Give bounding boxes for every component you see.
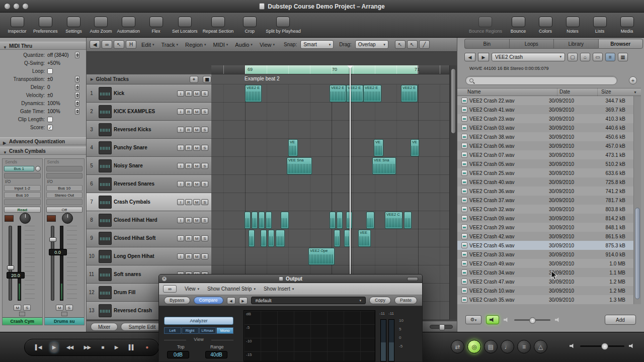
add-global-track-button[interactable]: + [190, 76, 198, 83]
list-view-icon[interactable]: ≡ [605, 53, 615, 61]
chain-icon[interactable]: ∞ [163, 285, 177, 293]
bar-ruler[interactable]: 697071 [211, 65, 449, 74]
track-i-button[interactable]: I [177, 127, 184, 133]
track-s-button[interactable]: S [201, 181, 208, 187]
hierarchy-back-icon[interactable]: ◀ [90, 40, 100, 49]
send-slot-empty[interactable] [4, 173, 41, 178]
browser-scrollbar[interactable] [633, 96, 641, 304]
view-menu[interactable]: View ▾ [185, 286, 199, 292]
track-m-button[interactable]: M [193, 235, 200, 241]
toolbar-button-flex[interactable]: Flex [145, 17, 167, 34]
value-quantize[interactable]: off (3840) [47, 52, 69, 58]
range-value[interactable]: 40dB [205, 351, 227, 358]
channel-left-button[interactable]: Left [164, 327, 181, 334]
track-header-closed-hihat-soft[interactable]: 9Closed Hihat SoftIRMS [87, 229, 211, 247]
track-header-noisy-snare[interactable]: 5Noisy SnareIRMS [87, 157, 211, 175]
solo-button[interactable]: ≡ [517, 340, 531, 353]
track-s-button[interactable]: S [201, 217, 208, 223]
volume-fader[interactable] [9, 226, 12, 301]
go-to-beginning-button[interactable]: ▌◀ [33, 342, 44, 352]
checkbox-score[interactable]: ✓ [47, 125, 53, 130]
location-dropdown[interactable]: VEE2 Crash ▾ [492, 53, 565, 61]
record-button[interactable]: ● [143, 342, 150, 352]
audio-region[interactable] [276, 230, 285, 247]
arrange-vertical-scrollbar[interactable] [449, 65, 457, 320]
mute-button[interactable]: M [56, 305, 63, 311]
file-row[interactable]: VEE2 Crash 42.wav30/09/2010861.5 kB [457, 232, 633, 241]
zoom-slider[interactable] [430, 325, 453, 329]
analyzer-button[interactable]: Analyzer [164, 317, 233, 325]
track-s-button[interactable]: S [201, 199, 208, 205]
audio-region[interactable] [366, 212, 374, 229]
cycle-button[interactable]: ⇄ [451, 340, 464, 353]
track-r-button[interactable]: R [185, 235, 192, 241]
tuner-button[interactable]: △ [534, 340, 547, 353]
track-r-button[interactable]: R [185, 199, 192, 205]
sample-editor-tab[interactable]: Sample Edit [121, 323, 163, 331]
pan-knob[interactable] [62, 213, 73, 224]
audio-region[interactable] [252, 212, 258, 229]
track-i-button[interactable]: I [177, 217, 184, 223]
track-header-kick-examples[interactable]: 2KICK EXAMPLESIRMS [87, 103, 211, 121]
close-icon[interactable]: × [162, 276, 167, 282]
catch-playhead-icon[interactable]: ↖ [114, 40, 124, 49]
toolbar-button-automation[interactable]: Automation [117, 17, 140, 34]
audio-region[interactable]: VEE2 E [346, 85, 363, 102]
menu-track[interactable]: Track▾ [157, 38, 182, 52]
top-value[interactable]: 0dB [167, 351, 189, 358]
track-m-button[interactable]: M [193, 253, 200, 259]
rewind-button[interactable]: ◀◀ [64, 342, 75, 352]
file-row[interactable]: VEE2 Crash 22.wav30/09/2010344.7 kB [457, 96, 633, 105]
folder-icon[interactable]: ▭ [593, 53, 603, 61]
back-button[interactable]: ◀ [464, 53, 475, 61]
track-s-button[interactable]: S [201, 127, 208, 133]
toolbar-button-media[interactable]: Media [616, 17, 638, 34]
secondary-tool-icon[interactable]: ↖ [407, 40, 418, 49]
value-transposition[interactable]: ±0 [47, 76, 53, 82]
forward-button[interactable]: ▶▶ [82, 342, 93, 352]
track-m-button[interactable]: M [193, 181, 200, 187]
scrollbar-thumb[interactable] [451, 68, 456, 134]
autopunch-button[interactable]: ◎ [467, 340, 481, 353]
audio-region[interactable]: VE [288, 139, 298, 156]
channel-name[interactable]: Crash Cym [3, 317, 42, 325]
value-velocity[interactable]: ±0 [47, 93, 53, 98]
audio-region[interactable]: VEE2 Ope [308, 248, 335, 265]
computer-icon[interactable]: ▢ [568, 53, 578, 61]
size-column-header[interactable]: Size [601, 89, 611, 95]
track-s-button[interactable]: S [201, 109, 208, 115]
menu-audio[interactable]: Audio▾ [231, 38, 256, 52]
eq-thumbnail[interactable] [5, 215, 14, 222]
file-row[interactable]: VEE2 Crash 40.wav30/09/2010725.8 kB [457, 177, 633, 187]
track-i-button[interactable]: I [177, 109, 184, 115]
forward-button[interactable]: ▶ [478, 53, 489, 61]
audio-region[interactable]: VEE Sna [287, 157, 312, 174]
file-row[interactable]: VEE2 Crash 07.wav30/09/2010473.1 kB [457, 150, 633, 159]
toolbar-button-notes[interactable]: Notes [561, 17, 584, 34]
mute-button[interactable]: M [14, 305, 21, 311]
stop-button[interactable]: ■ [99, 342, 106, 352]
channel-right-button[interactable]: Right [182, 327, 199, 334]
stepper-icon[interactable] [75, 84, 79, 90]
insert-slot[interactable] [4, 199, 41, 205]
master-volume-slider[interactable] [580, 345, 624, 347]
volume-fader[interactable] [51, 226, 54, 301]
audio-region[interactable]: VEE2 E [330, 85, 346, 102]
track-r-button[interactable]: R [185, 181, 192, 187]
link-mode-button[interactable] [407, 277, 418, 281]
track-m-button[interactable]: M [193, 127, 200, 133]
automation-mode-button[interactable]: Read [4, 207, 41, 213]
value-delay[interactable]: 0 [47, 84, 50, 90]
channel-lrmax-button[interactable]: LRmax [199, 327, 216, 334]
metronome-button[interactable]: ♩ [501, 340, 514, 353]
channel-name[interactable]: Drums su [45, 317, 85, 325]
track-m-button[interactable]: M [193, 163, 200, 169]
stepper-icon[interactable] [75, 52, 79, 58]
file-row[interactable]: VEE2 Crash 47.wav30/09/20101.2 MB [457, 277, 633, 286]
menu-region[interactable]: Region▾ [182, 38, 209, 52]
audio-region[interactable] [337, 212, 343, 229]
audio-region[interactable]: VEE2 C [385, 212, 403, 229]
stepper-icon[interactable] [75, 100, 79, 107]
audio-region[interactable]: VEE2 E [245, 85, 262, 102]
previous-preset-button[interactable]: ◀ [227, 297, 235, 304]
